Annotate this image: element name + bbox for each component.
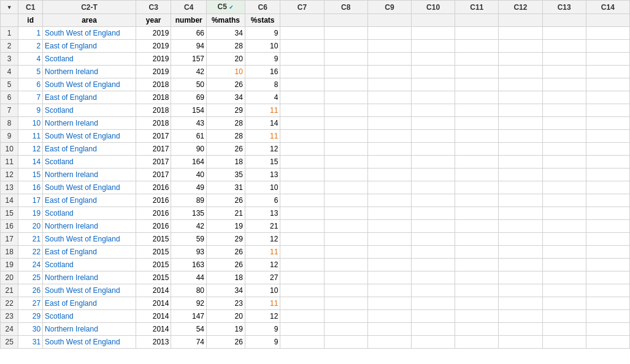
- cell-empty[interactable]: [499, 143, 542, 156]
- cell-empty[interactable]: [586, 259, 629, 271]
- cell-id[interactable]: 31: [18, 336, 43, 349]
- cell-empty[interactable]: [542, 310, 586, 323]
- cell-empty[interactable]: [324, 246, 367, 259]
- cell-empty[interactable]: [542, 27, 586, 40]
- cell-empty[interactable]: [412, 233, 455, 246]
- cell-empty[interactable]: [280, 78, 324, 91]
- cell-empty[interactable]: [586, 233, 629, 246]
- cell-area[interactable]: South West of England: [43, 284, 136, 297]
- cell-empty[interactable]: [367, 233, 411, 246]
- cell-empty[interactable]: [542, 117, 586, 130]
- cell-area[interactable]: East of England: [43, 40, 136, 53]
- cell-empty[interactable]: [586, 194, 629, 207]
- cell-empty[interactable]: [280, 181, 324, 194]
- cell-empty[interactable]: [412, 143, 455, 156]
- cell-empty[interactable]: [280, 220, 324, 233]
- cell-id[interactable]: 1: [18, 27, 43, 40]
- cell-area[interactable]: East of England: [43, 297, 136, 310]
- cell-empty[interactable]: [499, 246, 542, 259]
- cell-empty[interactable]: [586, 220, 629, 233]
- cell-empty[interactable]: [542, 130, 586, 143]
- cell-empty[interactable]: [367, 310, 411, 323]
- cell-empty[interactable]: [455, 169, 499, 181]
- cell-empty[interactable]: [499, 323, 542, 336]
- cell-empty[interactable]: [586, 27, 629, 40]
- cell-empty[interactable]: [542, 207, 586, 220]
- cell-empty[interactable]: [324, 104, 367, 117]
- cell-empty[interactable]: [324, 156, 367, 169]
- cell-empty[interactable]: [367, 169, 411, 181]
- cell-empty[interactable]: [455, 53, 499, 66]
- cell-empty[interactable]: [586, 104, 629, 117]
- cell-empty[interactable]: [412, 66, 455, 78]
- cell-empty[interactable]: [280, 207, 324, 220]
- cell-id[interactable]: 10: [18, 117, 43, 130]
- cell-empty[interactable]: [586, 156, 629, 169]
- cell-id[interactable]: 2: [18, 40, 43, 53]
- cell-empty[interactable]: [586, 246, 629, 259]
- cell-empty[interactable]: [455, 78, 499, 91]
- cell-empty[interactable]: [499, 233, 542, 246]
- cell-id[interactable]: 27: [18, 297, 43, 310]
- cell-empty[interactable]: [367, 143, 411, 156]
- cell-empty[interactable]: [324, 259, 367, 271]
- cell-empty[interactable]: [542, 104, 586, 117]
- cell-id[interactable]: 22: [18, 246, 43, 259]
- cell-empty[interactable]: [367, 207, 411, 220]
- cell-empty[interactable]: [367, 130, 411, 143]
- cell-empty[interactable]: [455, 117, 499, 130]
- cell-empty[interactable]: [542, 66, 586, 78]
- cell-area[interactable]: East of England: [43, 91, 136, 104]
- cell-empty[interactable]: [586, 336, 629, 349]
- cell-empty[interactable]: [324, 53, 367, 66]
- cell-empty[interactable]: [324, 91, 367, 104]
- cell-empty[interactable]: [586, 143, 629, 156]
- cell-empty[interactable]: [280, 246, 324, 259]
- cell-id[interactable]: 12: [18, 143, 43, 156]
- cell-empty[interactable]: [499, 310, 542, 323]
- cell-id[interactable]: 20: [18, 220, 43, 233]
- cell-empty[interactable]: [367, 336, 411, 349]
- cell-empty[interactable]: [499, 40, 542, 53]
- cell-empty[interactable]: [412, 336, 455, 349]
- cell-empty[interactable]: [455, 310, 499, 323]
- cell-area[interactable]: East of England: [43, 246, 136, 259]
- cell-empty[interactable]: [412, 156, 455, 169]
- cell-empty[interactable]: [499, 27, 542, 40]
- cell-empty[interactable]: [280, 27, 324, 40]
- cell-empty[interactable]: [324, 181, 367, 194]
- cell-empty[interactable]: [499, 194, 542, 207]
- col-header-c14[interactable]: C14: [586, 1, 629, 14]
- cell-empty[interactable]: [412, 323, 455, 336]
- cell-empty[interactable]: [455, 246, 499, 259]
- cell-id[interactable]: 11: [18, 130, 43, 143]
- cell-empty[interactable]: [542, 284, 586, 297]
- cell-empty[interactable]: [412, 78, 455, 91]
- cell-empty[interactable]: [280, 143, 324, 156]
- cell-id[interactable]: 19: [18, 207, 43, 220]
- cell-empty[interactable]: [499, 181, 542, 194]
- cell-empty[interactable]: [455, 207, 499, 220]
- cell-empty[interactable]: [586, 91, 629, 104]
- col-header-c3[interactable]: C3: [136, 1, 171, 14]
- cell-empty[interactable]: [367, 66, 411, 78]
- cell-empty[interactable]: [324, 194, 367, 207]
- cell-area[interactable]: Scotland: [43, 156, 136, 169]
- cell-empty[interactable]: [455, 220, 499, 233]
- cell-empty[interactable]: [455, 27, 499, 40]
- cell-empty[interactable]: [455, 156, 499, 169]
- cell-empty[interactable]: [367, 156, 411, 169]
- cell-empty[interactable]: [324, 233, 367, 246]
- cell-id[interactable]: 29: [18, 310, 43, 323]
- cell-empty[interactable]: [542, 233, 586, 246]
- cell-empty[interactable]: [499, 220, 542, 233]
- cell-empty[interactable]: [455, 104, 499, 117]
- cell-empty[interactable]: [499, 336, 542, 349]
- cell-empty[interactable]: [542, 194, 586, 207]
- cell-empty[interactable]: [455, 233, 499, 246]
- cell-empty[interactable]: [542, 246, 586, 259]
- col-header-c5[interactable]: C5 ✓: [207, 1, 245, 14]
- cell-empty[interactable]: [412, 181, 455, 194]
- cell-empty[interactable]: [499, 104, 542, 117]
- cell-empty[interactable]: [586, 78, 629, 91]
